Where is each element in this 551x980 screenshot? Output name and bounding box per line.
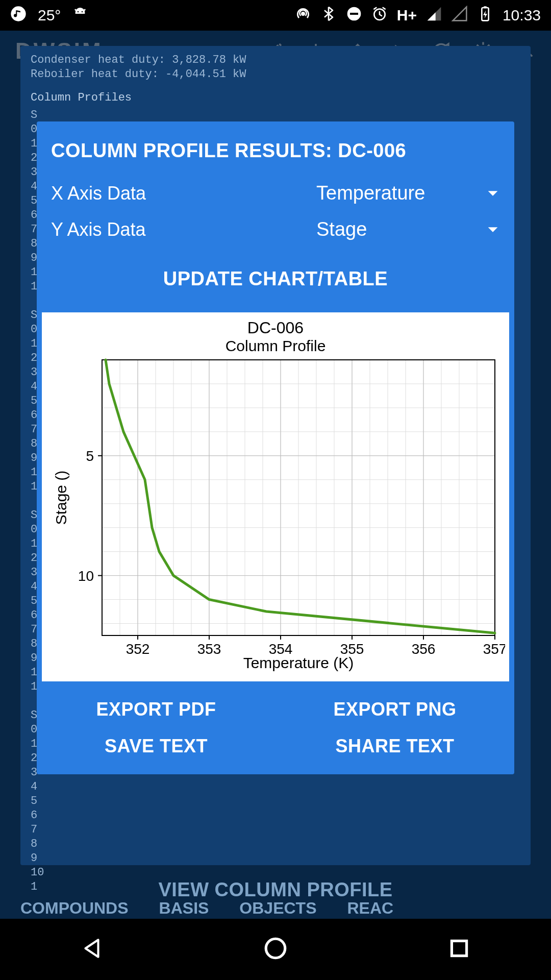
dialog-title: COLUMN PROFILE RESULTS: DC-006 xyxy=(37,140,514,175)
android-icon xyxy=(72,6,88,26)
svg-rect-5 xyxy=(350,13,358,15)
condenser-duty-line: Condenser heat duty: 3,828.78 kW xyxy=(31,53,520,67)
chart-plot: 352353354355356357510Temperature (K)Stag… xyxy=(46,355,505,676)
tab-basis[interactable]: BASIS xyxy=(144,898,224,919)
x-axis-value: Temperature xyxy=(316,182,425,204)
network-type: H+ xyxy=(397,7,417,24)
bottom-tabs[interactable]: COMPOUNDSBASISOBJECTSREAC xyxy=(0,898,551,919)
tab-objects[interactable]: OBJECTS xyxy=(224,898,332,919)
alarm-icon xyxy=(371,6,388,26)
svg-text:5: 5 xyxy=(86,448,94,464)
music-icon xyxy=(10,6,27,26)
svg-point-3 xyxy=(301,12,305,16)
svg-text:10: 10 xyxy=(78,568,94,584)
svg-text:Stage (): Stage () xyxy=(53,471,69,525)
svg-text:Temperature (K): Temperature (K) xyxy=(243,654,354,671)
home-button[interactable] xyxy=(263,936,288,963)
x-axis-select[interactable]: Temperature xyxy=(316,182,500,204)
signal-icon xyxy=(426,6,442,26)
share-text-button[interactable]: SHARE TEXT xyxy=(276,736,514,757)
chevron-down-icon xyxy=(486,223,500,237)
svg-point-0 xyxy=(11,6,26,21)
export-pdf-button[interactable]: EXPORT PDF xyxy=(37,699,276,720)
chart-subtitle: Column Profile xyxy=(46,337,505,355)
svg-rect-8 xyxy=(484,6,486,8)
svg-point-72 xyxy=(266,939,285,958)
export-png-button[interactable]: EXPORT PNG xyxy=(276,699,514,720)
battery-charging-icon xyxy=(477,6,493,26)
android-navbar xyxy=(0,919,551,980)
signal-empty-icon xyxy=(452,6,468,26)
y-axis-value: Stage xyxy=(316,218,367,240)
column-profile-dialog: COLUMN PROFILE RESULTS: DC-006 X Axis Da… xyxy=(37,121,514,774)
svg-point-2 xyxy=(82,11,83,12)
y-axis-select[interactable]: Stage xyxy=(316,218,500,240)
reboiler-duty-line: Reboiler heat duty: -4,044.51 kW xyxy=(31,67,520,82)
svg-text:352: 352 xyxy=(126,641,150,657)
back-button[interactable] xyxy=(79,936,105,963)
svg-text:357: 357 xyxy=(483,641,505,657)
chart-title: DC-006 xyxy=(46,318,505,337)
temperature-status: 25° xyxy=(38,7,61,24)
svg-text:356: 356 xyxy=(412,641,436,657)
column-profiles-heading: Column Profiles xyxy=(31,91,520,105)
svg-point-1 xyxy=(78,11,79,12)
clock: 10:33 xyxy=(503,7,541,24)
status-bar: 25° H+ 10:33 xyxy=(0,0,551,31)
bluetooth-icon xyxy=(320,6,337,26)
chart-container: DC-006 Column Profile 352353354355356357… xyxy=(42,312,509,681)
hotspot-icon xyxy=(295,6,311,26)
dnd-icon xyxy=(346,6,362,26)
chevron-down-icon xyxy=(486,186,500,201)
tab-reac[interactable]: REAC xyxy=(332,898,409,919)
save-text-button[interactable]: SAVE TEXT xyxy=(37,736,276,757)
x-axis-label: X Axis Data xyxy=(51,183,316,204)
y-axis-label: Y Axis Data xyxy=(51,219,316,240)
recents-button[interactable] xyxy=(446,936,472,963)
update-chart-button[interactable]: UPDATE CHART/TABLE xyxy=(37,248,514,305)
tab-compounds[interactable]: COMPOUNDS xyxy=(5,898,144,919)
svg-rect-73 xyxy=(452,941,466,955)
svg-text:353: 353 xyxy=(197,641,221,657)
